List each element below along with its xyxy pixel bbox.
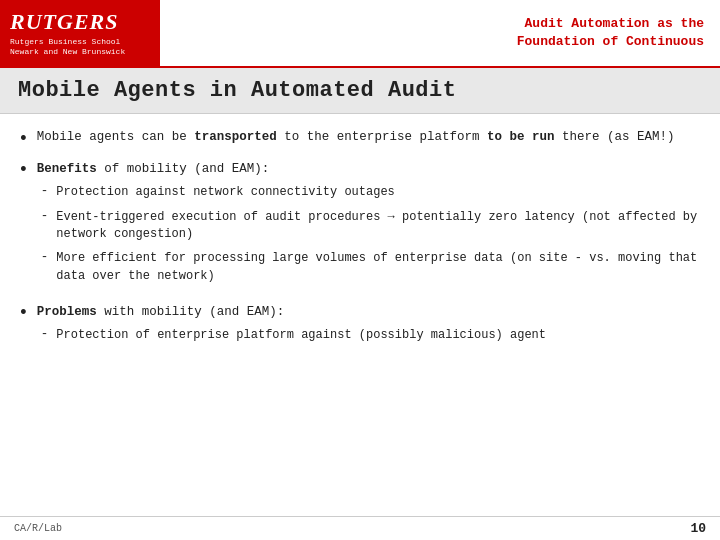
sub-bullet-text-2-2: Event-triggered execution of audit proce… [56,209,702,244]
bullet-text-2: Benefits of mobility (and EAM): [37,162,270,176]
header: RUTGERS Rutgers Business School Newark a… [0,0,720,68]
logo-sub2: Newark and New Brunswick [10,47,125,56]
slide-title-bar: Mobile Agents in Automated Audit [0,68,720,114]
footer-label: CA/R/Lab [14,523,62,534]
bold-problems: Problems [37,305,97,319]
sub-bullet-item-2-3: - More efficient for processing large vo… [41,250,702,285]
rutgers-logo: RUTGERS [10,9,118,35]
sub-bullet-item-3-1: - Protection of enterprise platform agai… [41,327,546,344]
slide-container: RUTGERS Rutgers Business School Newark a… [0,0,720,540]
bullet-2-content: Benefits of mobility (and EAM): - Protec… [37,159,702,292]
sub-dash-3-1: - [41,327,49,341]
sub-bullet-item-2-1: - Protection against network connectivit… [41,184,702,201]
header-title-line1: Audit Automation as the [517,15,704,33]
main-bullet-list: • Mobile agents can be transported to th… [18,128,702,352]
sub-dash-2-3: - [41,250,49,264]
bullet-item-3: • Problems with mobility (and EAM): - Pr… [18,302,702,352]
header-title-section: Audit Automation as the Foundation of Co… [160,0,720,66]
bullet-item-2: • Benefits of mobility (and EAM): - Prot… [18,159,702,292]
sub-bullet-list-3: - Protection of enterprise platform agai… [37,327,546,344]
sub-dash-2-1: - [41,184,49,198]
logo-section: RUTGERS Rutgers Business School Newark a… [0,0,160,66]
logo-sub1: Rutgers Business School [10,37,120,46]
bullet-text-1: Mobile agents can be transported to the … [37,128,675,146]
logo-subtitle: Rutgers Business School Newark and New B… [10,37,125,58]
slide-title: Mobile Agents in Automated Audit [18,78,702,103]
bold-benefits: Benefits [37,162,97,176]
header-title: Audit Automation as the Foundation of Co… [517,15,704,51]
bullet-dot-3: • [18,303,29,323]
bullet-text-3: Problems with mobility (and EAM): [37,305,285,319]
bullet-dot-2: • [18,160,29,180]
bullet-dot-1: • [18,129,29,149]
sub-bullet-list-2: - Protection against network connectivit… [37,184,702,285]
sub-bullet-text-2-1: Protection against network connectivity … [56,184,394,201]
sub-bullet-text-2-3: More efficient for processing large volu… [56,250,702,285]
header-title-line2: Foundation of Continuous [517,33,704,51]
bullet-item-1: • Mobile agents can be transported to th… [18,128,702,149]
slide-content: • Mobile agents can be transported to th… [0,114,720,516]
bold-to-be-run: to be run [487,130,555,144]
sub-bullet-text-3-1: Protection of enterprise platform agains… [56,327,546,344]
bold-transported: transported [194,130,277,144]
sub-bullet-item-2-2: - Event-triggered execution of audit pro… [41,209,702,244]
bullet-3-content: Problems with mobility (and EAM): - Prot… [37,302,546,352]
sub-dash-2-2: - [41,209,49,223]
footer: CA/R/Lab 10 [0,516,720,540]
footer-page-number: 10 [690,521,706,536]
